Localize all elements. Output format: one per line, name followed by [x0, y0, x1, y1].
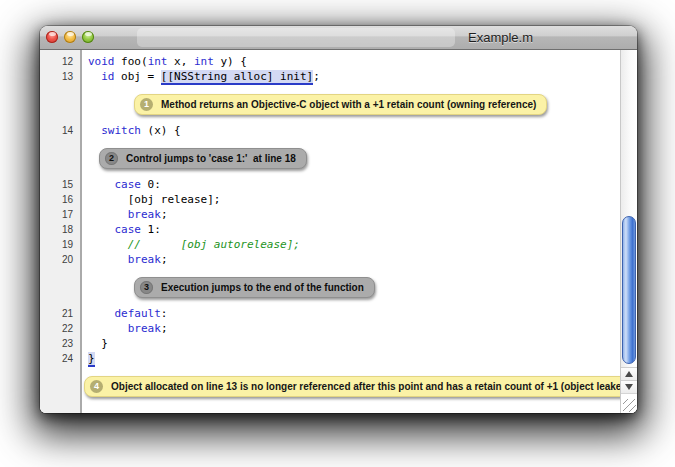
- analyzer-highlight: [[NSString alloc] init]: [161, 70, 313, 85]
- resize-grip-icon[interactable]: [623, 399, 636, 412]
- keyword-token: id: [101, 70, 114, 83]
- code-cell: }: [82, 336, 620, 351]
- line-number-gutter: [40, 138, 82, 177]
- window-titlebar[interactable]: Example.m: [40, 26, 637, 50]
- line-number-gutter: [40, 84, 82, 123]
- plain-token: (x) {: [141, 124, 181, 137]
- vertical-scrollbar[interactable]: [620, 50, 637, 413]
- code-cell: 2Control jumps to 'case 1:' at line 18: [82, 138, 620, 177]
- plain-token: [88, 124, 101, 137]
- code-cell: case 1:: [82, 222, 620, 237]
- scroll-down-button[interactable]: [621, 380, 637, 393]
- code-cell: break;: [82, 252, 620, 267]
- annotation-text: Method returns an Objective-C object wit…: [161, 99, 536, 110]
- plain-token: [88, 307, 115, 320]
- line-number-gutter: [40, 267, 82, 306]
- annotation-step-badge: 1: [140, 98, 153, 111]
- line-number-gutter: [40, 366, 82, 405]
- analyzer-highlight: }: [88, 352, 95, 367]
- arrow-up-icon: [625, 371, 633, 377]
- code-text: break;: [88, 252, 620, 267]
- code-line: 23 }: [40, 336, 620, 351]
- plain-token: ;: [161, 253, 168, 266]
- keyword-token: break: [128, 322, 161, 335]
- annotation-bubble-1: 1Method returns an Objective-C object wi…: [134, 94, 547, 115]
- code-line: 16 [obj release];: [40, 192, 620, 207]
- code-line: 20 break;: [40, 252, 620, 267]
- code-cell: break;: [82, 321, 620, 336]
- annotation-text: Control jumps to 'case 1:' at line 18: [126, 153, 296, 164]
- line-number-gutter: 20: [40, 252, 82, 267]
- code-text: break;: [88, 207, 620, 222]
- gutter-filler: [40, 405, 620, 413]
- line-number-gutter: 14: [40, 123, 82, 138]
- line-number-gutter: [40, 405, 82, 413]
- plain-token: [88, 70, 101, 83]
- keyword-token: int: [194, 55, 214, 68]
- keyword-token: default: [115, 307, 161, 320]
- code-text: case 0:: [88, 177, 620, 192]
- keyword-token: break: [128, 208, 161, 221]
- keyword-token: break: [128, 253, 161, 266]
- code-line: 13 id obj = [[NSString alloc] init];: [40, 69, 620, 84]
- code-cell: // [obj autorelease];: [82, 237, 620, 252]
- line-number-gutter: 24: [40, 351, 82, 366]
- code-line: 17 break;: [40, 207, 620, 222]
- code-rows: 1112void foo(int x, int y) {13 id obj = …: [40, 50, 620, 413]
- code-text: // [obj autorelease];: [88, 237, 620, 252]
- code-text: }: [88, 336, 620, 351]
- keyword-token: case: [115, 178, 142, 191]
- code-text: switch (x) {: [88, 123, 620, 138]
- code-cell: break;: [82, 207, 620, 222]
- line-number-gutter: 16: [40, 192, 82, 207]
- code-cell: [82, 405, 620, 413]
- code-cell: case 0:: [82, 177, 620, 192]
- code-cell: default:: [82, 306, 620, 321]
- plain-token: [88, 322, 128, 335]
- plain-token: ;: [161, 322, 168, 335]
- code-line: 21 default:: [40, 306, 620, 321]
- annotation-row: 3Execution jumps to the end of the funct…: [40, 267, 620, 306]
- code-cell: 3Execution jumps to the end of the funct…: [82, 267, 620, 306]
- code-cell: id obj = [[NSString alloc] init];: [82, 69, 620, 84]
- plain-token: y) {: [214, 55, 247, 68]
- code-cell: void foo(int x, int y) {: [82, 54, 620, 69]
- keyword-token: int: [148, 55, 168, 68]
- plain-token: }: [88, 337, 108, 350]
- code-text: [obj release];: [88, 192, 620, 207]
- code-line: 24}: [40, 351, 620, 366]
- scrollbar-corner: [621, 393, 637, 413]
- plain-token: foo(: [115, 55, 148, 68]
- annotation-step-badge: 4: [90, 380, 103, 393]
- code-text: void foo(int x, int y) {: [88, 54, 620, 69]
- traffic-lights: [46, 31, 94, 43]
- code-cell: 1Method returns an Objective-C object wi…: [82, 84, 620, 123]
- annotation-bubble-3: 3Execution jumps to the end of the funct…: [134, 277, 375, 298]
- scroll-up-button[interactable]: [621, 367, 637, 380]
- scrollbar-thumb[interactable]: [622, 216, 636, 364]
- code-line: 15 case 0:: [40, 177, 620, 192]
- editor-content: 1112void foo(int x, int y) {13 id obj = …: [40, 50, 637, 413]
- code-cell: }: [82, 351, 620, 366]
- code-line: 14 switch (x) {: [40, 123, 620, 138]
- minimize-button[interactable]: [64, 31, 76, 43]
- annotation-text: Execution jumps to the end of the functi…: [161, 282, 364, 293]
- plain-token: [obj release];: [88, 193, 220, 206]
- zoom-button[interactable]: [82, 31, 94, 43]
- code-cell: 4Object allocated on line 13 is no longe…: [82, 366, 620, 405]
- plain-token: ;: [313, 70, 320, 83]
- line-number-gutter: 22: [40, 321, 82, 336]
- annotation-bubble-4: 4Object allocated on line 13 is no longe…: [84, 376, 620, 397]
- plain-token: ;: [161, 208, 168, 221]
- scrollbar-track[interactable]: [621, 50, 637, 367]
- code-cell: [obj release];: [82, 192, 620, 207]
- plain-token: [88, 223, 115, 236]
- code-line: 22 break;: [40, 321, 620, 336]
- keyword-token: switch: [101, 124, 141, 137]
- line-number-gutter: 19: [40, 237, 82, 252]
- close-button[interactable]: [46, 31, 58, 43]
- code-text: id obj = [[NSString alloc] init];: [88, 69, 620, 84]
- annotation-bubble-2: 2Control jumps to 'case 1:' at line 18: [99, 148, 307, 169]
- line-number-gutter: 13: [40, 69, 82, 84]
- annotation-row: 4Object allocated on line 13 is no longe…: [40, 366, 620, 405]
